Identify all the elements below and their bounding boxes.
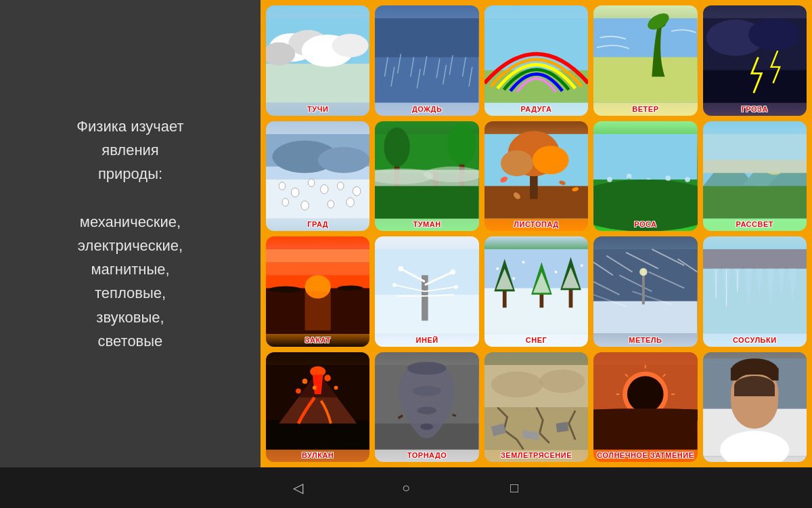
svg-point-47 — [384, 127, 410, 167]
text-line2: явления — [102, 142, 159, 158]
svg-point-5 — [332, 34, 369, 58]
card-label-grad: ГРАД — [307, 220, 328, 228]
nature-card-veter[interactable]: ВЕТЕР — [593, 5, 697, 116]
nature-grid: ТУЧИ ДОЖДЬ — [261, 0, 812, 467]
card-label-tornado: ТОРНАДО — [407, 451, 447, 459]
card-label-sneg: СНЕГ — [526, 336, 547, 344]
nature-scene-listopad — [484, 121, 588, 232]
text-line7: магнитные, — [91, 261, 169, 278]
svg-point-166 — [407, 362, 447, 375]
nature-scene-dozhd — [375, 5, 478, 116]
card-label-groza: ГРОЗА — [742, 105, 768, 113]
webcam-feed — [703, 352, 807, 463]
svg-point-192 — [593, 408, 697, 421]
card-label-tuman: ТУМАН — [413, 220, 441, 228]
svg-rect-84 — [703, 173, 807, 186]
nature-scene-sneg — [484, 236, 588, 347]
nature-scene-veter — [593, 5, 697, 116]
nature-card-metel[interactable]: МЕТЕЛЬ — [593, 236, 697, 347]
svg-point-125 — [512, 277, 515, 280]
svg-point-51 — [448, 123, 476, 164]
svg-point-107 — [451, 270, 456, 275]
text-line6: электрические, — [78, 237, 183, 254]
svg-rect-94 — [305, 291, 331, 331]
text-line10: световые — [98, 333, 163, 350]
svg-point-68 — [607, 177, 612, 182]
svg-point-74 — [666, 175, 671, 181]
svg-point-204 — [752, 394, 757, 400]
nature-card-groza[interactable]: ГРОЗА — [703, 5, 807, 116]
svg-rect-199 — [730, 368, 778, 381]
nature-card-zakat[interactable]: ЗАКАТ — [266, 236, 369, 347]
nature-card-sneg[interactable]: СНЕГ — [484, 236, 588, 347]
nature-scene-zakat — [266, 236, 369, 347]
svg-rect-26 — [703, 70, 807, 103]
svg-rect-177 — [556, 421, 568, 432]
nature-card-listopad[interactable]: ЛИСТОПАД — [484, 121, 588, 232]
svg-rect-202 — [740, 383, 749, 385]
nature-card-tuman[interactable]: ТУМАН — [375, 121, 478, 232]
svg-point-70 — [627, 173, 632, 179]
svg-point-167 — [413, 385, 441, 396]
nature-scene-metel — [593, 236, 697, 347]
card-label-tuchi: ТУЧИ — [307, 105, 328, 113]
nature-card-grad[interactable]: ГРАД — [266, 121, 369, 232]
svg-point-139 — [639, 268, 648, 276]
nature-card-sosulki[interactable]: СОСУЛЬКИ — [703, 236, 807, 347]
card-label-zakat: ЗАКАТ — [305, 336, 331, 344]
nature-card-tornado[interactable]: ТОРНАДО — [375, 352, 478, 463]
svg-rect-1 — [266, 64, 369, 103]
svg-point-169 — [421, 423, 434, 430]
nature-scene-rassvet — [703, 121, 807, 232]
svg-rect-79 — [703, 186, 807, 218]
nature-scene-tuchi — [266, 5, 369, 116]
person-silhouette — [703, 352, 807, 463]
nature-card-iney[interactable]: ИНЕЙ — [375, 236, 478, 347]
svg-point-121 — [496, 268, 499, 270]
card-label-zemletryasenie: ЗЕМЛЕТРЯСЕНИЕ — [501, 451, 572, 459]
svg-point-160 — [324, 375, 331, 381]
svg-point-108 — [392, 283, 397, 287]
svg-point-76 — [685, 177, 690, 182]
svg-point-95 — [269, 287, 302, 293]
nature-card-tuchi[interactable]: ТУЧИ — [266, 5, 369, 116]
svg-point-36 — [353, 186, 361, 195]
svg-point-122 — [522, 261, 524, 263]
svg-point-60 — [533, 146, 569, 174]
nature-card-webcam[interactable] — [703, 352, 807, 463]
svg-rect-99 — [422, 275, 428, 320]
card-label-veter: ВЕТЕР — [632, 105, 658, 113]
physics-text: Физика изучает явления природы: механиче… — [76, 114, 183, 353]
svg-point-159 — [302, 379, 308, 384]
svg-point-109 — [454, 285, 458, 289]
svg-point-49 — [424, 135, 448, 171]
svg-point-184 — [627, 376, 664, 412]
nature-card-rassvet[interactable]: РАССВЕТ — [703, 121, 807, 232]
nature-card-solnechnoye[interactable]: СОЛНЕЧНОЕ ЗАТМЕНИЕ — [593, 352, 697, 463]
home-button[interactable]: ○ — [392, 474, 420, 501]
svg-rect-86 — [703, 160, 807, 173]
nature-scene-iney — [375, 236, 478, 347]
nature-card-vulkan[interactable]: ВУЛКАН — [266, 352, 369, 463]
svg-point-162 — [296, 388, 301, 394]
nature-card-zemletryasenie[interactable]: ЗЕМЛЕТРЯСЕНИЕ — [484, 352, 588, 463]
svg-point-38 — [301, 200, 309, 209]
svg-point-201 — [761, 387, 769, 393]
svg-point-59 — [501, 150, 533, 175]
svg-point-37 — [282, 198, 289, 206]
nature-scene-tuman — [375, 121, 478, 232]
nature-card-dozhd[interactable]: ДОЖДЬ — [375, 5, 478, 116]
svg-point-35 — [337, 182, 344, 190]
svg-point-168 — [418, 406, 437, 415]
main-screen: Физика изучает явления природы: механиче… — [0, 0, 812, 467]
card-label-solnechnoye: СОЛНЕЧНОЕ ЗАТМЕНИЕ — [597, 451, 694, 459]
nature-card-rosa[interactable]: РОСА — [593, 121, 697, 232]
card-label-metel: МЕТЕЛЬ — [629, 336, 662, 344]
svg-point-200 — [740, 387, 747, 393]
recent-button[interactable]: □ — [501, 474, 528, 501]
nature-card-raduga[interactable]: РАДУГА — [484, 5, 588, 116]
svg-point-43 — [318, 147, 370, 173]
back-button[interactable]: ◁ — [284, 474, 311, 501]
card-label-rosa: РОСА — [634, 220, 656, 228]
android-nav-bar: ◁ ○ □ — [0, 467, 812, 508]
